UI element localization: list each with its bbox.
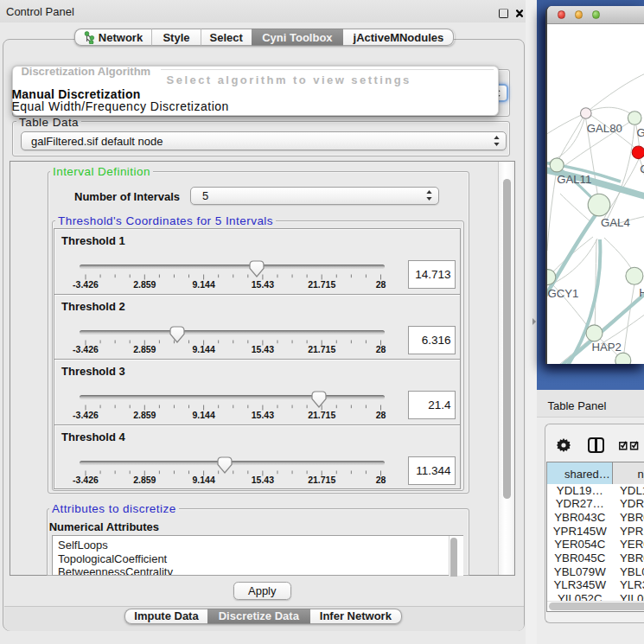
svg-text:GAL4: GAL4 bbox=[601, 215, 630, 228]
svg-text:GAL11: GAL11 bbox=[557, 172, 591, 185]
svg-text:HAP2: HAP2 bbox=[591, 340, 621, 353]
svg-text:GCY1: GCY1 bbox=[547, 286, 578, 299]
svg-text:CY: CY bbox=[640, 163, 644, 175]
svg-text:GA: GA bbox=[636, 126, 644, 139]
svg-text:GAL80: GAL80 bbox=[586, 121, 622, 134]
svg-text:HI: HI bbox=[639, 286, 644, 299]
